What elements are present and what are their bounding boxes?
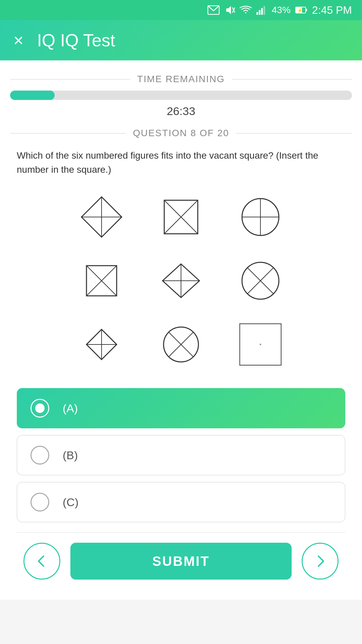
shape-cell-4: [64, 251, 140, 311]
shape-cell-1: [64, 187, 140, 247]
svg-rect-4: [256, 12, 258, 15]
shape-cell-3: [222, 187, 298, 247]
question-label: QUESTION 8 OF 20: [133, 128, 229, 139]
answer-options: (A) (B) (C): [10, 388, 352, 522]
wifi-icon: [240, 5, 252, 15]
signal-icon: [256, 5, 267, 15]
time-display: 2:45 PM: [312, 4, 352, 16]
battery-icon: ⚡: [295, 6, 307, 14]
shape-cell-2: [143, 187, 219, 247]
svg-rect-5: [259, 10, 260, 15]
prev-button[interactable]: [23, 543, 60, 580]
radio-a: [31, 399, 49, 418]
shape-cell-7: [64, 314, 140, 375]
time-label: TIME REMAINING: [137, 74, 225, 85]
answer-label-c: (C): [63, 496, 78, 509]
question-text: Which of the six numbered figures fits i…: [17, 149, 345, 177]
svg-rect-9: [306, 9, 307, 11]
next-button[interactable]: [302, 543, 339, 580]
bottom-nav: SUBMIT: [10, 533, 352, 590]
status-icons: 43% ⚡ 2:45 PM: [207, 4, 352, 16]
answer-label-b: (B): [63, 449, 78, 462]
svg-rect-6: [261, 8, 263, 15]
shape-cell-empty: [222, 314, 298, 375]
main-content: TIME REMAINING 26:33 QUESTION 8 OF 20 Wh…: [0, 60, 362, 600]
svg-rect-7: [263, 6, 265, 15]
header-line-left: [10, 79, 130, 79]
radio-c: [31, 493, 49, 512]
battery-text: 43%: [272, 5, 291, 15]
answer-option-b[interactable]: (B): [17, 435, 345, 475]
svg-marker-1: [226, 6, 231, 14]
radio-b: [31, 446, 49, 465]
submit-button[interactable]: SUBMIT: [70, 543, 292, 580]
question-header: QUESTION 8 OF 20: [10, 128, 352, 139]
time-remaining-display: 26:33: [10, 105, 352, 118]
app-header: × IQ IQ Test: [0, 20, 362, 60]
answer-option-a[interactable]: (A): [17, 388, 345, 428]
progress-bar-fill: [10, 91, 55, 100]
progress-bar-container: [10, 91, 352, 100]
svg-text:⚡: ⚡: [297, 8, 303, 13]
radio-inner-a: [35, 404, 45, 413]
mute-icon: [224, 5, 235, 15]
mail-icon: [207, 5, 220, 15]
svg-point-37: [259, 344, 261, 345]
shape-grid: [64, 187, 298, 375]
question-line-left: [10, 133, 126, 133]
time-header: TIME REMAINING: [10, 74, 352, 85]
chevron-left-icon: [34, 553, 50, 570]
status-bar: 43% ⚡ 2:45 PM: [0, 0, 362, 20]
answer-label-a: (A): [63, 402, 78, 415]
time-section: TIME REMAINING 26:33: [10, 74, 352, 118]
answer-option-c[interactable]: (C): [17, 482, 345, 522]
chevron-right-icon: [312, 553, 328, 570]
shape-cell-6: [222, 251, 298, 311]
close-button[interactable]: ×: [13, 32, 23, 49]
header-line-right: [232, 79, 352, 79]
shape-cell-8: [143, 314, 219, 375]
question-line-right: [236, 133, 352, 133]
shape-cell-5: [143, 251, 219, 311]
question-content: Which of the six numbered figures fits i…: [10, 149, 352, 375]
app-title: IQ IQ Test: [37, 30, 115, 50]
